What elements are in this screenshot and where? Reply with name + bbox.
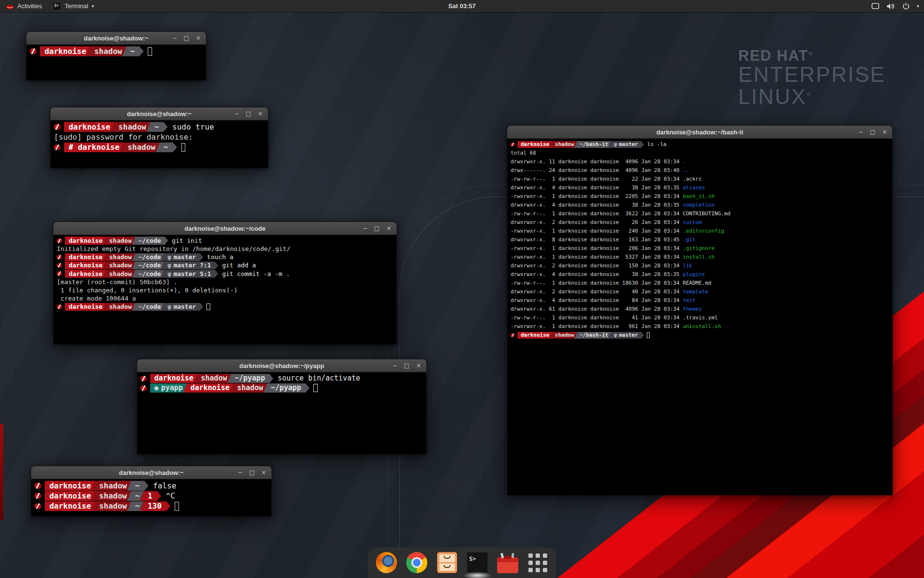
window-titlebar[interactable]: darknoise@shadow:~/code −□× [53, 222, 397, 235]
minimize-button[interactable]: − [172, 35, 177, 41]
output-line: [sudo] password for darknoise: [54, 132, 265, 142]
window-titlebar[interactable]: darknoise@shadow:~ −□× [51, 107, 268, 120]
prompt-line: darknoiseshadow~/codeψmaster ?:1git add … [57, 261, 393, 269]
maximize-button[interactable]: □ [870, 129, 875, 135]
prompt-line: # darknoiseshadow~ [54, 142, 265, 152]
ls-row: drwxrwxr-x. 2 darknoise darknoise 40 Jan… [511, 288, 889, 296]
minimize-button[interactable]: − [234, 111, 239, 117]
terminal-content[interactable]: darknoiseshadow~sudo true[sudo] password… [51, 120, 268, 168]
prompt-line: darknoiseshadow~/codegit init [57, 236, 393, 245]
close-button[interactable]: × [196, 35, 201, 41]
redhat-icon [54, 144, 61, 150]
terminal-content[interactable]: darknoiseshadow~/codegit initInitialized… [53, 235, 397, 344]
prompt-line: darknoiseshadow~/bash-itψmasterls -la [511, 140, 889, 149]
prompt-segment: darknoise [45, 491, 95, 500]
volume-icon [886, 3, 895, 10]
terminal-window-sudo[interactable]: darknoise@shadow:~ −□× darknoiseshadow~s… [50, 107, 269, 168]
terminal-cursor [647, 332, 650, 338]
file-name: completion [683, 201, 715, 210]
prompt-line: darknoiseshadow~/pyappsource bin/activat… [141, 374, 423, 383]
ls-row: drwxrwxr-x. 61 darknoise darknoise 4096 … [511, 305, 889, 314]
close-button[interactable]: × [258, 111, 263, 117]
terminal-window-exit-codes[interactable]: darknoise@shadow:~ −□× darknoiseshadow~f… [31, 466, 272, 516]
terminal-window-pyapp[interactable]: darknoise@shadow:~/pyapp −□× darknoisesh… [137, 359, 427, 454]
close-button[interactable]: × [416, 363, 421, 368]
prompt-segment: darknoise [65, 253, 106, 262]
close-button[interactable]: × [386, 225, 391, 231]
focused-app-menu[interactable]: $> Terminal ▾ [48, 0, 99, 12]
prompt-line: darknoiseshadow~/codeψmaster S:1git comm… [57, 270, 393, 278]
close-button[interactable]: × [882, 129, 887, 135]
terminal-content[interactable]: darknoiseshadow~/pyappsource bin/activat… [137, 372, 426, 454]
window-title: darknoise@shadow:~/pyapp [239, 362, 324, 369]
file-name: lib [683, 262, 693, 270]
command-text: false [153, 481, 176, 491]
minimize-button[interactable]: − [238, 470, 243, 475]
ls-row: -rwxrwxr-x. 1 darknoise darknoise 5327 J… [511, 253, 889, 262]
activities-label: Activities [17, 2, 42, 10]
clock[interactable]: Sat 03:57 [448, 2, 475, 10]
terminal-content[interactable]: darknoiseshadow~falsedarknoiseshadow~1^C… [31, 479, 271, 516]
redhat-icon [57, 255, 62, 260]
window-titlebar[interactable]: darknoise@shadow:~/bash-it −□× [507, 126, 892, 139]
maximize-button[interactable]: □ [246, 111, 251, 117]
close-button[interactable]: × [261, 470, 266, 475]
maximize-button[interactable]: □ [374, 225, 380, 231]
file-name: template [683, 288, 708, 296]
minimize-button[interactable]: − [363, 225, 368, 231]
dock-item-files[interactable] [436, 551, 458, 574]
dock-item-firefox[interactable] [375, 551, 398, 574]
venv-icon: ◉ [154, 383, 159, 393]
command-text: git add a [222, 261, 256, 269]
maximize-button[interactable]: □ [184, 35, 189, 41]
dock-item-toolbox[interactable] [497, 551, 519, 574]
prompt-line: darknoiseshadow~/bash-itψmaster [511, 331, 889, 340]
window-titlebar[interactable]: darknoise@shadow:~ −□× [31, 466, 271, 479]
dock-item-terminal[interactable]: $> [466, 551, 488, 574]
minimize-button[interactable]: − [859, 129, 863, 135]
redhat-icon [35, 493, 41, 499]
terminal-content[interactable]: darknoiseshadow~/bash-itψmasterls -latot… [507, 139, 892, 495]
terminal-content[interactable]: darknoiseshadow~ [26, 45, 206, 80]
output-line: 1 file changed, 0 insertions(+), 0 delet… [57, 286, 393, 294]
ls-row: drwxrwxr-x. 2 darknoise darknoise 26 Jan… [511, 218, 889, 227]
file-name: README.md [683, 279, 712, 288]
chrome-icon [406, 552, 427, 573]
ls-row: drwxrwxr-x. 11 darknoise darknoise 4096 … [511, 158, 889, 166]
branch-icon: ψ [614, 331, 617, 340]
terminal-window-bash-it[interactable]: darknoise@shadow:~/bash-it −□× darknoise… [507, 125, 893, 495]
minimize-button[interactable]: − [393, 363, 398, 368]
files-icon [437, 552, 457, 573]
redhat-icon [35, 483, 41, 488]
dock-item-chrome[interactable] [406, 551, 428, 574]
output-line: total 68 [511, 149, 889, 158]
prompt-segment: shadow [87, 46, 127, 56]
ls-row: -rwxrwxr-x. 1 darknoise darknoise 206 Ja… [511, 244, 889, 253]
prompt-segment: shadow [91, 501, 131, 511]
command-text: git init [172, 236, 202, 245]
prompt-segment: ◉pyapp [150, 383, 187, 393]
file-name: plugins [683, 270, 705, 279]
terminal-icon: $> [467, 552, 488, 573]
ls-row: -rwxrwxr-x. 1 darknoise darknoise 2205 J… [511, 192, 889, 201]
activities-button[interactable]: Activities [0, 0, 48, 12]
window-title: darknoise@shadow:~ [127, 110, 192, 118]
terminal-window-code[interactable]: darknoise@shadow:~/code −□× darknoisesha… [53, 222, 397, 344]
prompt-segment: shadow [194, 374, 231, 383]
redhat-icon [57, 263, 62, 268]
prompt-line: darknoiseshadow~1^C [35, 491, 268, 501]
dock-item-show-applications[interactable] [527, 551, 549, 574]
prompt-segment: shadow [103, 236, 135, 245]
file-name: .git [683, 236, 696, 244]
maximize-button[interactable]: □ [404, 363, 410, 368]
prompt-segment: ~/code [132, 303, 164, 311]
output-line: Initialized empty Git repository in /hom… [57, 245, 393, 253]
maximize-button[interactable]: □ [249, 470, 255, 475]
desktop: RED HAT® ENTERPRISE LINUX® Activities $>… [0, 0, 924, 578]
terminal-window-home[interactable]: darknoise@shadow:~ −□× darknoiseshadow~ [26, 31, 206, 80]
terminal-cursor [181, 143, 186, 152]
window-titlebar[interactable]: darknoise@shadow:~/pyapp −□× [137, 359, 426, 372]
redhat-icon [141, 385, 147, 391]
window-titlebar[interactable]: darknoise@shadow:~ −□× [26, 32, 206, 45]
system-status-area[interactable]: ▾ [872, 0, 919, 12]
